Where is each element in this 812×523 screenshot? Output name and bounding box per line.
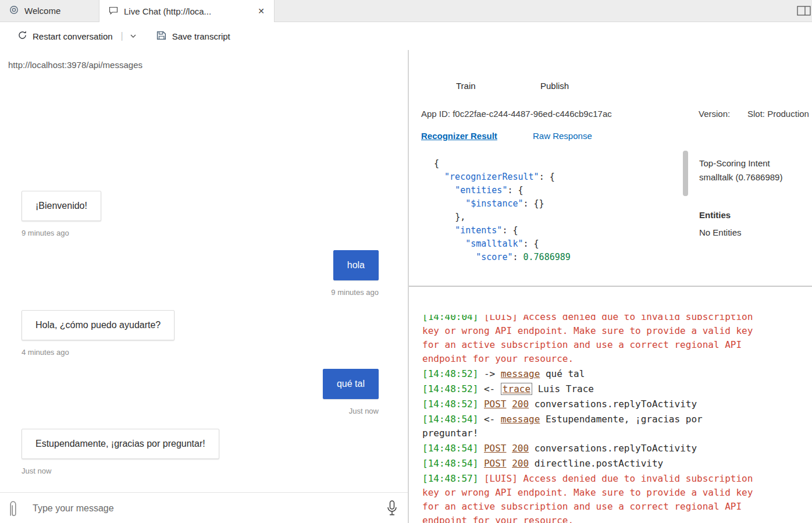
log-link[interactable]: 200 — [512, 399, 529, 410]
toolbar-separator: | — [121, 31, 123, 41]
app-id-value: f0c22fae-c244-4487-96ed-c446cb9c17ac — [453, 109, 612, 119]
user-message: qué talJust now — [323, 369, 379, 415]
log-link[interactable]: 200 — [512, 458, 529, 469]
chat-bubble: qué tal — [323, 369, 379, 399]
chat-bubble: Estupendamente, ¡gracias por preguntar! — [22, 429, 219, 459]
log-text — [478, 458, 484, 469]
log-entry: [14:40:04] [LUIS] Access denied due to i… — [422, 315, 761, 366]
bot-message: ¡Bienvenido!9 minutes ago — [22, 191, 101, 237]
log-link[interactable]: POST — [484, 443, 507, 454]
json-line: "intents": { — [434, 224, 571, 237]
message-timestamp: 9 minutes ago — [22, 229, 101, 237]
log-entry: [14:48:54] <- message Estupendamente, ¡g… — [422, 412, 761, 440]
log-text — [507, 399, 512, 410]
json-line: "$instance": {} — [434, 197, 571, 211]
log-timestamp: [14:48:54] — [422, 414, 478, 425]
log-text: conversations.replyToActivity — [529, 399, 697, 410]
log-timestamp: [14:48:54] — [422, 443, 478, 454]
tab-raw-response[interactable]: Raw Response — [533, 131, 592, 141]
close-tab-icon[interactable]: ✕ — [258, 6, 265, 16]
log-timestamp: [14:48:52] — [422, 368, 478, 379]
train-button[interactable]: Train — [456, 81, 476, 91]
chat-bubble: Hola, ¿cómo puedo ayudarte? — [22, 310, 174, 340]
tab-welcome[interactable]: Welcome — [0, 0, 99, 22]
message-timestamp: Just now — [323, 407, 379, 415]
json-line: "entities": { — [434, 184, 571, 197]
log-text: -> — [478, 368, 501, 379]
json-line: { — [434, 157, 571, 170]
log-text: conversations.replyToActivity — [529, 443, 697, 454]
inspector-and-log-panel: Train Publish App ID: f0c22fae-c244-4487… — [409, 50, 812, 523]
log-timestamp: [14:48:52] — [422, 383, 478, 394]
tab-label: Welcome — [24, 6, 60, 16]
bot-message: Estupendamente, ¡gracias por preguntar!J… — [22, 429, 219, 475]
tab-recognizer-result[interactable]: Recognizer Result — [421, 131, 497, 141]
log-entry: [14:48:57] [LUIS] Access denied due to i… — [422, 472, 761, 523]
json-line: }, — [434, 211, 571, 224]
log-timestamp: [14:48:57] — [422, 473, 478, 484]
log-link[interactable]: 200 — [512, 443, 529, 454]
log-entry: [14:48:52] -> message qué tal — [422, 367, 761, 381]
save-icon — [156, 30, 167, 42]
slot-label: Slot: Production — [747, 109, 809, 119]
json-line: "score": 0.7686989 — [434, 251, 571, 264]
luis-app-info-row: App ID: f0c22fae-c244-4487-96ed-c446cb9c… — [421, 109, 812, 119]
split-panel-icon[interactable] — [793, 0, 812, 22]
log-link[interactable]: message — [501, 368, 540, 379]
restart-label: Restart conversation — [33, 31, 113, 41]
chat-bubble: hola — [333, 250, 379, 280]
message-input[interactable] — [33, 503, 386, 514]
save-label: Save transcript — [172, 31, 230, 41]
chevron-down-icon[interactable] — [130, 34, 137, 38]
tab-live-chat[interactable]: Live Chat (http://loca... ✕ — [99, 0, 275, 22]
log-link[interactable]: message — [501, 414, 540, 425]
top-scoring-intent-value: smalltalk (0.7686989) — [699, 172, 807, 183]
log-timestamp: [14:40:04] — [422, 315, 478, 322]
chat-bubble: ¡Bienvenido! — [22, 191, 101, 221]
log-entry: [14:48:54] POST 200 directline.postActiv… — [422, 457, 761, 471]
luis-inspector: Train Publish App ID: f0c22fae-c244-4487… — [409, 50, 812, 287]
bot-framework-emulator-window: Welcome Live Chat (http://loca... ✕ Rest… — [0, 0, 812, 523]
log-text: Luis Trace — [532, 383, 594, 394]
main-area: http://localhost:3978/api/messages ¡Bien… — [0, 50, 812, 523]
intent-summary-panel: Top-Scoring Intent smalltalk (0.7686989)… — [699, 158, 807, 237]
live-chat-panel: http://localhost:3978/api/messages ¡Bien… — [0, 50, 409, 523]
log-text — [507, 458, 512, 469]
log-entry: [14:48:54] POST 200 conversations.replyT… — [422, 442, 761, 456]
attachment-paperclip-icon[interactable] — [7, 499, 19, 518]
log-link[interactable]: POST — [484, 458, 507, 469]
log-scroll-area: [14:40:04] [LUIS] Access denied due to i… — [409, 315, 812, 523]
restart-icon — [17, 30, 27, 42]
entities-value: No Entities — [699, 227, 807, 237]
tab-bar: Welcome Live Chat (http://loca... ✕ — [0, 0, 812, 22]
entities-title: Entities — [699, 210, 807, 220]
log-link[interactable]: POST — [484, 399, 507, 410]
top-scoring-intent-title: Top-Scoring Intent — [699, 158, 807, 169]
user-message: hola9 minutes ago — [331, 250, 379, 297]
json-line: "smalltalk": { — [434, 237, 571, 251]
app-id-label: App ID: — [421, 109, 450, 119]
result-tabs: Recognizer Result Raw Response — [421, 131, 497, 141]
bot-endpoint-url: http://localhost:3978/api/messages — [8, 60, 143, 70]
log-text: <- — [478, 383, 501, 394]
publish-button[interactable]: Publish — [540, 81, 569, 91]
save-transcript-button[interactable]: Save transcript — [156, 30, 230, 42]
log-timestamp: [14:48:52] — [422, 399, 478, 410]
microphone-icon[interactable] — [386, 500, 398, 517]
log-panel: [14:40:04] [LUIS] Access denied due to i… — [409, 287, 812, 523]
restart-conversation-button[interactable]: Restart conversation — [17, 30, 113, 42]
log-link[interactable]: trace — [501, 383, 532, 395]
message-timestamp: Just now — [22, 467, 219, 475]
log-text — [507, 443, 512, 454]
log-text: <- — [478, 414, 501, 425]
log-text — [478, 443, 484, 454]
log-entry: [14:48:52] <- trace Luis Trace — [422, 382, 761, 396]
toolbar: Restart conversation | Save transcript — [0, 22, 812, 50]
tabbar-spacer — [275, 0, 793, 22]
json-line: "recognizerResult": { — [434, 170, 571, 184]
log-timestamp: [14:48:54] — [422, 458, 478, 469]
version-label: Version: — [699, 109, 730, 119]
message-timestamp: 4 minutes ago — [22, 348, 174, 357]
log-text: directline.postActivity — [529, 458, 663, 469]
json-scrollbar[interactable] — [683, 151, 688, 196]
